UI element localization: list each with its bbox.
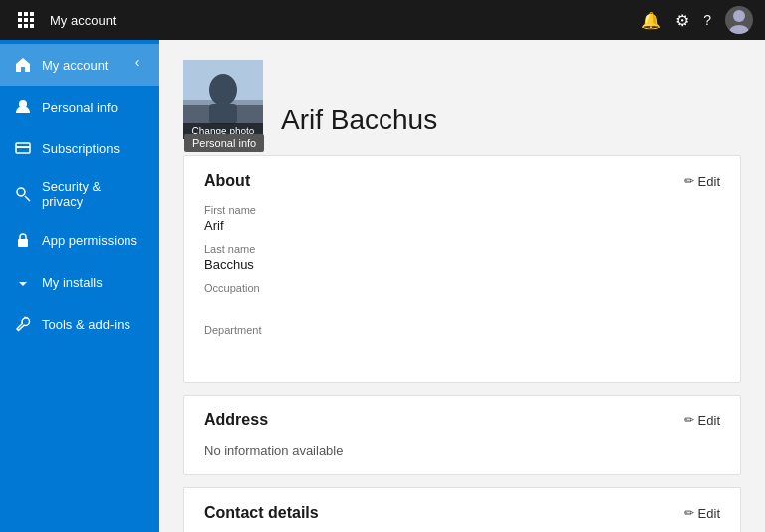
sidebar-item-tools-addins[interactable]: Tools & add-ins (0, 303, 159, 345)
sidebar-item-subscriptions[interactable]: Subscriptions (0, 128, 159, 169)
about-edit-button[interactable]: ✏ Edit (684, 174, 720, 189)
svg-rect-7 (24, 24, 28, 28)
help-icon[interactable]: ? (703, 12, 711, 28)
svg-rect-13 (16, 146, 30, 148)
sidebar: ‹ My account Personal info (0, 40, 159, 532)
department-field: Department (204, 324, 720, 356)
contact-edit-label: Edit (698, 506, 720, 521)
sidebar-nav: My account Personal info (0, 44, 159, 345)
first-name-field: First name Arif (204, 204, 720, 233)
address-title-row: Address ✏ Edit (204, 411, 720, 429)
svg-rect-21 (209, 104, 237, 124)
sidebar-collapse-button[interactable]: ‹ (124, 48, 151, 76)
contact-card-title: Contact details (204, 504, 319, 522)
titlebar-icons: 🔔 ⚙ ? (641, 6, 753, 34)
search-icon (14, 185, 32, 203)
occupation-label: Occupation (204, 282, 720, 294)
titlebar-title: My account (50, 13, 641, 28)
pencil-icon-contact: ✏ (684, 506, 694, 520)
svg-point-10 (729, 25, 749, 34)
personal-info-badge: Personal info (184, 134, 264, 152)
contact-edit-button[interactable]: ✏ Edit (684, 506, 720, 521)
address-card-title: Address (204, 411, 268, 429)
svg-rect-8 (30, 24, 34, 28)
wrench-icon (14, 315, 32, 333)
occupation-value (204, 296, 720, 314)
address-edit-button[interactable]: ✏ Edit (684, 413, 720, 428)
sidebar-item-app-permissions[interactable]: App permissions (0, 219, 159, 261)
main-layout: ‹ My account Personal info (0, 40, 765, 532)
sidebar-item-my-installs-label: My installs (42, 275, 103, 290)
svg-rect-6 (18, 24, 22, 28)
content-area: Change photo Arif Bacchus Personal info … (159, 40, 765, 532)
home-icon (14, 56, 32, 74)
contact-title-row: Contact details ✏ Edit (204, 504, 720, 522)
download-icon (14, 273, 32, 291)
sidebar-item-my-account-label: My account (42, 58, 108, 73)
sidebar-item-personal-info-label: Personal info (42, 100, 118, 115)
svg-rect-0 (18, 12, 22, 16)
occupation-field: Occupation (204, 282, 720, 314)
last-name-field: Last name Bacchus (204, 243, 720, 272)
svg-point-14 (17, 188, 25, 196)
cards-container: Personal info About ✏ Edit First name Ar… (159, 155, 765, 532)
sidebar-item-personal-info[interactable]: Personal info (0, 86, 159, 128)
svg-point-20 (209, 74, 237, 106)
lock-icon (14, 231, 32, 249)
avatar[interactable] (725, 6, 753, 34)
about-title-row: About ✏ Edit (204, 172, 720, 190)
contact-card: Contact details ✏ Edit Email arif@onmsft… (183, 487, 741, 532)
sidebar-item-my-installs[interactable]: My installs (0, 261, 159, 303)
sidebar-item-app-permissions-label: App permissions (42, 233, 137, 248)
about-card: Personal info About ✏ Edit First name Ar… (183, 155, 741, 383)
bell-icon[interactable]: 🔔 (641, 11, 661, 30)
card-icon (14, 139, 32, 157)
first-name-label: First name (204, 204, 720, 216)
svg-rect-1 (24, 12, 28, 16)
sidebar-item-tools-addins-label: Tools & add-ins (42, 317, 130, 332)
gear-icon[interactable]: ⚙ (675, 11, 689, 30)
titlebar: My account 🔔 ⚙ ? (0, 0, 765, 40)
person-icon (14, 98, 32, 116)
department-value (204, 338, 720, 356)
svg-line-15 (25, 196, 30, 201)
svg-rect-2 (30, 12, 34, 16)
pencil-icon-address: ✏ (684, 413, 694, 427)
svg-rect-5 (30, 18, 34, 22)
first-name-value: Arif (204, 218, 720, 233)
address-card: Address ✏ Edit No information available (183, 395, 741, 475)
profile-name: Arif Bacchus (281, 104, 437, 139)
last-name-value: Bacchus (204, 257, 720, 272)
address-no-info: No information available (204, 443, 720, 458)
svg-point-9 (733, 10, 745, 22)
pencil-icon: ✏ (684, 174, 694, 188)
sidebar-item-subscriptions-label: Subscriptions (42, 141, 120, 156)
address-edit-label: Edit (698, 413, 720, 428)
about-card-title: About (204, 172, 250, 190)
department-label: Department (204, 324, 720, 336)
svg-rect-4 (24, 18, 28, 22)
svg-rect-16 (18, 239, 28, 247)
about-edit-label: Edit (698, 174, 720, 189)
apps-grid-icon[interactable] (12, 6, 40, 34)
last-name-label: Last name (204, 243, 720, 255)
profile-photo-container: Change photo (183, 60, 263, 139)
svg-rect-3 (18, 18, 22, 22)
sidebar-item-security-privacy[interactable]: Security & privacy (0, 169, 159, 219)
sidebar-item-security-privacy-label: Security & privacy (42, 179, 145, 209)
